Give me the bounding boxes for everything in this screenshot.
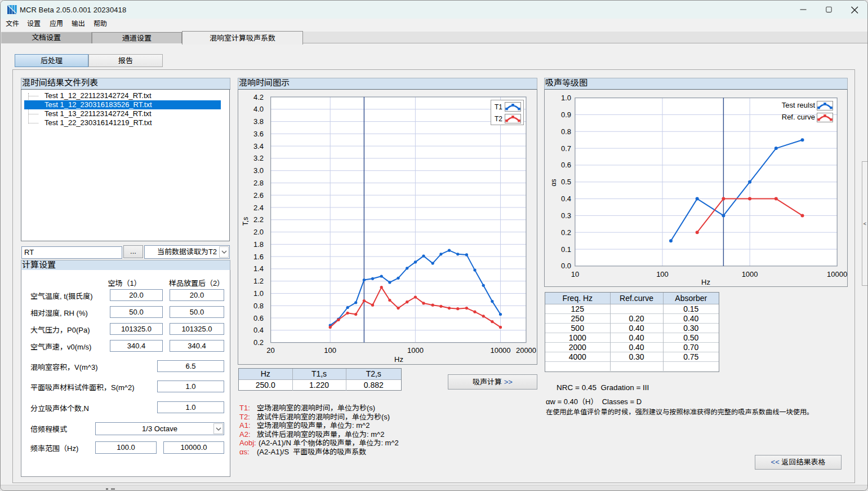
svg-text:1.4: 1.4 (253, 264, 264, 273)
svg-text:4.0: 4.0 (253, 105, 264, 113)
svg-text:Hz: Hz (701, 278, 710, 286)
svg-text:20: 20 (266, 346, 274, 355)
svg-text:0.4: 0.4 (253, 326, 264, 334)
svg-text:T1: T1 (495, 103, 502, 111)
svg-text:3.4: 3.4 (253, 142, 264, 151)
svg-text:3.8: 3.8 (253, 117, 264, 126)
svg-text:2.4: 2.4 (253, 204, 264, 212)
svg-text:3.0: 3.0 (253, 166, 264, 175)
svg-text:1.0: 1.0 (561, 94, 571, 102)
svg-text:1000: 1000 (742, 270, 758, 278)
svg-text:Ref. curve: Ref. curve (782, 113, 815, 121)
svg-text:2.8: 2.8 (253, 179, 264, 187)
svg-text:0.8: 0.8 (253, 302, 264, 310)
svg-text:Hz: Hz (394, 355, 403, 364)
svg-text:10000: 10000 (827, 270, 847, 278)
svg-text:2.2: 2.2 (253, 215, 264, 224)
svg-text:1.8: 1.8 (253, 240, 264, 249)
svg-text:100: 100 (324, 346, 336, 355)
svg-text:20000: 20000 (516, 346, 536, 355)
svg-text:3.2: 3.2 (253, 154, 264, 162)
svg-text:0.2: 0.2 (253, 338, 264, 347)
svg-text:1.0: 1.0 (253, 289, 264, 298)
svg-text:0.0: 0.0 (561, 262, 571, 270)
svg-text:0.3: 0.3 (561, 211, 571, 220)
svg-text:0.6: 0.6 (253, 314, 264, 322)
svg-text:100: 100 (656, 270, 669, 278)
svg-text:1.2: 1.2 (253, 277, 264, 285)
svg-text:0.9: 0.9 (561, 110, 571, 119)
svg-text:T2: T2 (495, 115, 502, 123)
svg-text:0.6: 0.6 (561, 161, 571, 169)
svg-text:0.7: 0.7 (561, 144, 571, 153)
svg-text:2.6: 2.6 (253, 191, 264, 200)
svg-text:T,s: T,s (242, 217, 250, 225)
svg-text:Test reulst: Test reulst (782, 101, 816, 109)
svg-text:3.6: 3.6 (253, 130, 264, 138)
svg-text:10: 10 (571, 270, 579, 278)
svg-text:0.1: 0.1 (561, 245, 571, 254)
svg-text:0.8: 0.8 (561, 127, 571, 136)
svg-text:0.2: 0.2 (561, 228, 571, 237)
svg-text:1000: 1000 (407, 346, 424, 355)
svg-text:10000: 10000 (490, 346, 510, 355)
svg-text:2.0: 2.0 (253, 228, 264, 236)
svg-text:0.4: 0.4 (561, 194, 571, 203)
svg-text:4.2: 4.2 (253, 93, 264, 101)
svg-text:1.6: 1.6 (253, 253, 264, 261)
svg-text:αs: αs (550, 179, 558, 187)
svg-text:0.5: 0.5 (561, 178, 571, 186)
